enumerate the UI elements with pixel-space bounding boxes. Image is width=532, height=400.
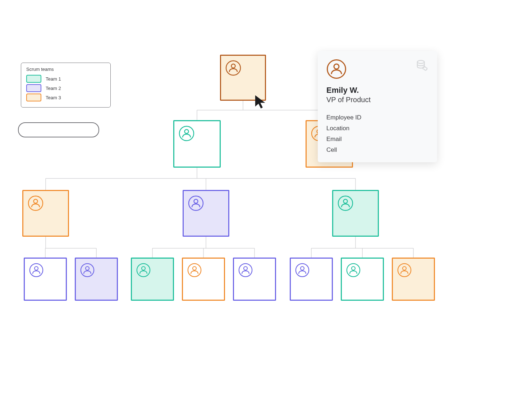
card-field-0: Employee ID xyxy=(326,114,428,121)
person-icon xyxy=(338,195,353,211)
legend-swatch-0 xyxy=(26,75,41,83)
legend-swatch-2 xyxy=(26,94,41,101)
node-root[interactable] xyxy=(220,55,266,101)
node-level3-b[interactable] xyxy=(183,190,229,237)
database-link-icon xyxy=(416,59,428,72)
person-icon xyxy=(136,263,151,277)
avatar-icon xyxy=(326,59,347,79)
legend-panel: Scrum teams Team 1 Team 2 Team 3 xyxy=(21,63,111,108)
empty-pill[interactable] xyxy=(18,122,99,137)
legend-label-1: Team 2 xyxy=(46,86,61,91)
person-icon xyxy=(187,263,202,277)
person-icon xyxy=(179,126,194,141)
person-icon xyxy=(295,263,309,277)
svg-point-19 xyxy=(193,267,196,270)
node-leaf-4[interactable] xyxy=(182,258,225,301)
svg-point-15 xyxy=(86,267,89,270)
legend-label-2: Team 3 xyxy=(46,95,61,100)
person-icon xyxy=(346,263,361,277)
svg-point-3 xyxy=(185,129,189,133)
person-icon xyxy=(80,263,95,277)
node-leaf-6[interactable] xyxy=(290,258,333,301)
person-icon xyxy=(188,195,204,211)
node-leaf-1[interactable] xyxy=(24,258,67,301)
legend-item-0: Team 1 xyxy=(26,75,105,83)
connectors xyxy=(0,0,532,400)
org-chart-canvas[interactable]: Scrum teams Team 1 Team 2 Team 3 xyxy=(0,0,532,400)
svg-point-13 xyxy=(35,267,38,270)
node-leaf-3[interactable] xyxy=(131,258,174,301)
legend-title: Scrum teams xyxy=(26,67,105,72)
legend-label-0: Team 1 xyxy=(46,76,61,82)
node-leaf-7[interactable] xyxy=(341,258,384,301)
node-leaf-8[interactable] xyxy=(392,258,435,301)
svg-point-30 xyxy=(417,60,425,63)
person-icon xyxy=(225,60,241,76)
svg-point-29 xyxy=(334,64,339,69)
legend-swatch-1 xyxy=(26,84,41,92)
person-icon xyxy=(397,263,412,277)
svg-point-9 xyxy=(194,199,198,203)
card-field-3: Cell xyxy=(326,146,428,154)
card-field-2: Email xyxy=(326,136,428,143)
svg-point-1 xyxy=(231,64,235,68)
node-level2-a[interactable] xyxy=(173,120,221,168)
svg-point-25 xyxy=(352,267,355,270)
node-level3-a[interactable] xyxy=(22,190,69,237)
svg-point-27 xyxy=(403,267,406,270)
person-icon xyxy=(28,195,43,211)
svg-point-21 xyxy=(244,267,247,270)
person-icon xyxy=(238,263,253,277)
card-person-title: VP of Product xyxy=(326,96,428,104)
legend-item-1: Team 2 xyxy=(26,84,105,92)
person-detail-card[interactable]: Emily W. VP of Product Employee ID Locat… xyxy=(318,51,437,162)
card-fields: Employee ID Location Email Cell xyxy=(326,114,428,154)
node-level3-c[interactable] xyxy=(332,190,379,237)
svg-point-11 xyxy=(344,199,348,203)
legend-item-2: Team 3 xyxy=(26,94,105,101)
node-leaf-5[interactable] xyxy=(233,258,276,301)
node-leaf-2[interactable] xyxy=(75,258,118,301)
card-person-name: Emily W. xyxy=(326,86,428,95)
card-field-1: Location xyxy=(326,125,428,132)
svg-point-23 xyxy=(301,267,304,270)
person-icon xyxy=(29,263,43,277)
svg-point-17 xyxy=(142,267,145,270)
svg-point-7 xyxy=(34,199,38,203)
